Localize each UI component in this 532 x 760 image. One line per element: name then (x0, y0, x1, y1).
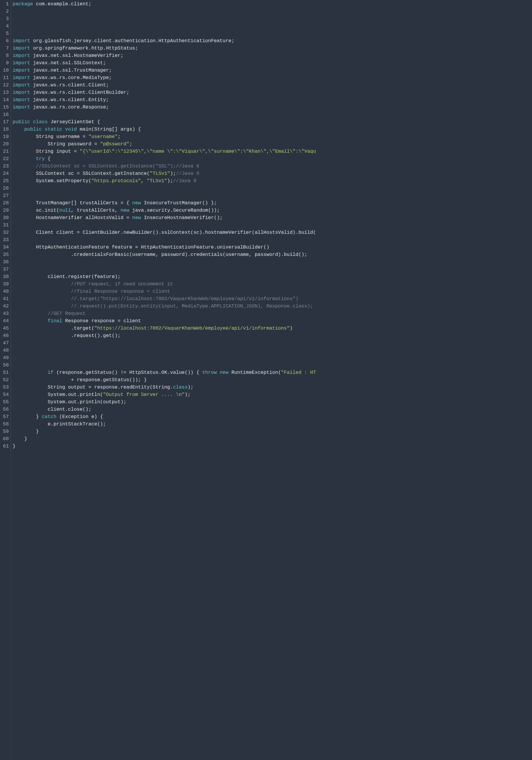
code-line[interactable] (13, 266, 532, 273)
code-line[interactable]: client.close(); (13, 406, 532, 413)
token-plain: javax.net.ssl.TrustManager; (30, 68, 111, 73)
code-line[interactable] (13, 340, 532, 347)
code-line[interactable]: .request().get(); (13, 332, 532, 340)
token-plain: main(String[] args) { (77, 126, 141, 132)
code-line[interactable]: import javax.ws.rs.core.Response; (13, 104, 532, 111)
line-number: 9 (3, 60, 9, 67)
code-line[interactable] (13, 111, 532, 119)
token-plain (13, 303, 71, 309)
code-line[interactable]: } (13, 443, 532, 450)
token-cmt: //PUT request, if need uncomment it (71, 281, 173, 287)
line-number: 39 (3, 281, 9, 288)
line-number: 61 (3, 443, 9, 450)
code-line[interactable] (13, 222, 532, 229)
code-line[interactable]: import javax.ws.rs.client.Client; (13, 82, 532, 89)
code-line[interactable] (13, 185, 532, 192)
line-number: 33 (3, 236, 9, 244)
code-line[interactable]: } (13, 428, 532, 435)
line-number: 36 (3, 259, 9, 266)
code-line[interactable]: public class JerseyClientGet { (13, 119, 532, 126)
token-kw: final (48, 318, 63, 324)
code-line[interactable] (13, 8, 532, 15)
code-line[interactable]: //.target("https://localhost:7002/Vaquar… (13, 295, 532, 303)
code-line[interactable]: package com.example.client; (13, 1, 532, 8)
code-line[interactable]: import javax.net.ssl.SSLContext; (13, 60, 532, 67)
code-line[interactable]: String input = "{\"userId\":\"12345\",\"… (13, 148, 532, 155)
code-line[interactable]: + response.getStatus()); } (13, 376, 532, 384)
code-line[interactable]: Client client = ClientBuilder.newBuilder… (13, 229, 532, 236)
code-line[interactable]: if (response.getStatus() != HttpStatus.O… (13, 369, 532, 376)
line-number: 41 (3, 295, 9, 303)
code-line[interactable]: //GET Request (13, 310, 532, 317)
code-line[interactable]: import javax.net.ssl.TrustManager; (13, 67, 532, 74)
code-line[interactable]: HttpAuthenticationFeature feature = Http… (13, 244, 532, 251)
code-line[interactable]: import javax.ws.rs.client.Entity; (13, 96, 532, 104)
code-line[interactable]: System.out.println(output); (13, 399, 532, 406)
token-plain: } (13, 429, 39, 434)
code-line[interactable]: //final Response response = client (13, 288, 532, 295)
code-line[interactable]: System.setProperty("https.protocols", "T… (13, 177, 532, 185)
code-line[interactable]: TrustManager[] trustAllCerts = { new Ins… (13, 200, 532, 207)
token-kw: class (173, 384, 188, 390)
code-editor[interactable]: 1234567891011121314151617181920212223242… (0, 0, 532, 760)
code-line[interactable] (13, 259, 532, 266)
code-content-area[interactable]: package com.example.client; import org.g… (11, 0, 532, 760)
token-plain: ; (129, 141, 132, 147)
code-line[interactable]: String output = response.readEntity(Stri… (13, 384, 532, 391)
code-line[interactable] (13, 23, 532, 30)
code-line[interactable]: import javax.ws.rs.core.MediaType; (13, 74, 532, 82)
code-line[interactable]: public static void main(String[] args) { (13, 126, 532, 133)
code-line[interactable]: sc.init(null, trustAllCerts, new java.se… (13, 207, 532, 214)
code-line[interactable]: //.request().put(Entity.entity(input, Me… (13, 303, 532, 310)
token-plain: java.security.SecureRandom()); (129, 208, 220, 213)
token-plain (13, 296, 71, 302)
code-line[interactable]: import org.glassfish.jersey.client.authe… (13, 37, 532, 45)
line-number: 2 (3, 8, 9, 15)
code-line[interactable]: String password = "p@ssword"; (13, 141, 532, 148)
token-plain (13, 318, 48, 324)
code-line[interactable]: HostnameVerifier allHostsValid = new Ins… (13, 214, 532, 222)
token-plain: SSLContext sc = SSLContext.getInstance( (13, 171, 150, 176)
line-number: 4 (3, 23, 9, 30)
code-line[interactable]: String username = "username"; (13, 133, 532, 141)
token-plain: sc.init( (13, 208, 59, 213)
code-line[interactable]: import javax.net.ssl.HostnameVerifier; (13, 52, 532, 60)
code-line[interactable] (13, 15, 532, 23)
token-plain: , (141, 178, 147, 184)
code-line[interactable]: //PUT request, if need uncomment it (13, 281, 532, 288)
code-line[interactable]: //SSLContext sc = SSLContext.getInstance… (13, 163, 532, 170)
line-number: 25 (3, 177, 9, 185)
token-plain: javax.ws.rs.core.Response; (30, 104, 109, 110)
token-plain: Client client = ClientBuilder.newBuilder… (13, 230, 316, 235)
token-cmt: //Java 8 (173, 178, 196, 184)
line-number: 30 (3, 214, 9, 222)
token-kw: package (13, 1, 33, 7)
code-line[interactable]: import org.springframework.http.HttpStat… (13, 45, 532, 52)
code-line[interactable] (13, 347, 532, 355)
token-plain: .request().get(); (13, 333, 120, 338)
token-plain: System.setProperty( (13, 178, 91, 184)
token-kw: import (13, 38, 30, 44)
token-kw: throw (202, 370, 217, 375)
code-line[interactable]: } (13, 435, 532, 443)
code-line[interactable]: } catch (Exception e) { (13, 413, 532, 421)
code-line[interactable]: try { (13, 155, 532, 163)
token-plain: (Exception e) { (56, 414, 103, 419)
token-plain (217, 370, 220, 375)
code-line[interactable]: SSLContext sc = SSLContext.getInstance("… (13, 170, 532, 177)
code-line[interactable] (13, 236, 532, 244)
code-line[interactable]: import javax.ws.rs.client.ClientBuilder; (13, 89, 532, 96)
code-line[interactable]: .target("https://localhost:7002/VaquarKh… (13, 325, 532, 332)
code-line[interactable]: final Response response = client (13, 317, 532, 325)
code-line[interactable] (13, 30, 532, 37)
token-cmt: //final Response response = client (71, 289, 170, 294)
code-line[interactable] (13, 355, 532, 362)
code-line[interactable]: .credentialsForBasic(username, password)… (13, 251, 532, 259)
code-line[interactable]: client.register(feature); (13, 273, 532, 281)
code-line[interactable] (13, 192, 532, 200)
line-number: 10 (3, 67, 9, 74)
token-kw: void (65, 126, 77, 132)
code-line[interactable]: e.printStackTrace(); (13, 421, 532, 428)
code-line[interactable] (13, 362, 532, 369)
code-line[interactable]: System.out.println("Output from Server .… (13, 391, 532, 399)
